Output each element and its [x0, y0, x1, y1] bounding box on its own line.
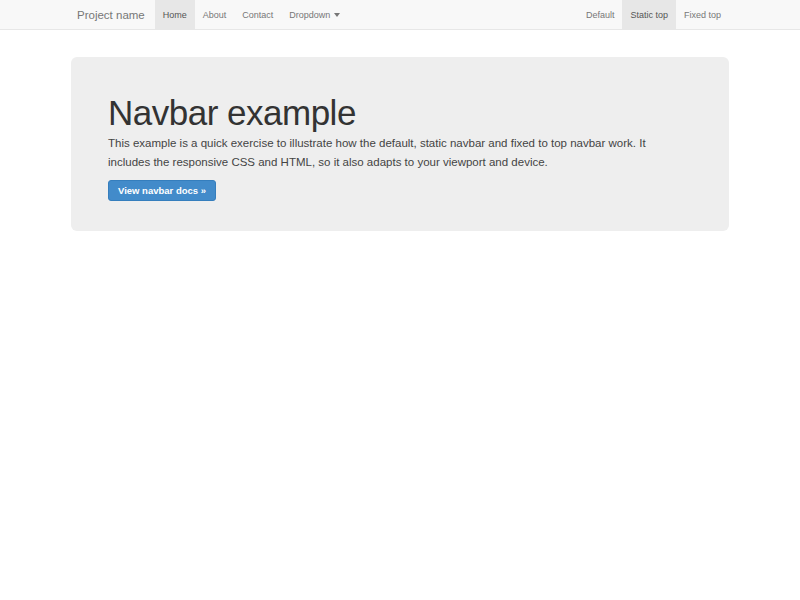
nav-item-about[interactable]: About [195, 0, 235, 29]
navbar-left-nav: Home About Contact Dropdown [155, 0, 349, 29]
caret-down-icon [334, 13, 340, 17]
jumbotron: Navbar example This example is a quick e… [71, 57, 729, 231]
navbar-brand[interactable]: Project name [71, 0, 155, 29]
nav-item-dropdown[interactable]: Dropdown [281, 0, 348, 29]
jumbotron-description: This example is a quick exercise to illu… [108, 134, 668, 172]
view-navbar-docs-button[interactable]: View navbar docs » [108, 180, 216, 201]
nav-item-static-top[interactable]: Static top [622, 0, 676, 29]
nav-item-default[interactable]: Default [578, 0, 623, 29]
nav-item-home[interactable]: Home [155, 0, 195, 29]
nav-item-fixed-top[interactable]: Fixed top [676, 0, 729, 29]
page-title: Navbar example [108, 93, 692, 132]
nav-item-contact[interactable]: Contact [234, 0, 281, 29]
dropdown-label: Dropdown [289, 0, 330, 30]
navbar: Project name Home About Contact Dropdown… [0, 0, 800, 30]
navbar-right-nav: Default Static top Fixed top [578, 0, 729, 29]
navbar-container: Project name Home About Contact Dropdown… [71, 0, 729, 29]
main-content: Navbar example This example is a quick e… [0, 57, 800, 231]
